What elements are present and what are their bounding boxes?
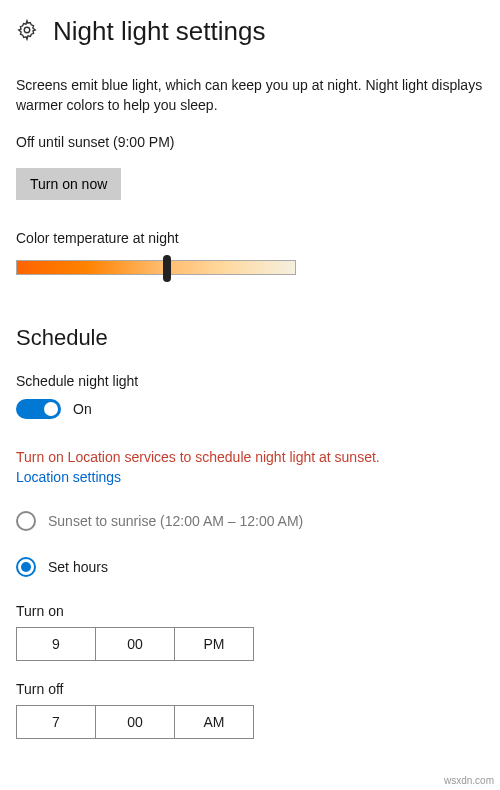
turn-on-ampm[interactable]: PM xyxy=(175,628,253,660)
page-header: Night light settings xyxy=(16,16,484,47)
turn-off-hour[interactable]: 7 xyxy=(17,706,96,738)
schedule-toggle-row: Schedule night light On xyxy=(16,373,484,419)
gear-icon xyxy=(16,19,38,44)
radio-sunset[interactable] xyxy=(16,511,36,531)
schedule-toggle[interactable] xyxy=(16,399,61,419)
radio-set-hours-row[interactable]: Set hours xyxy=(16,557,484,577)
radio-set-hours[interactable] xyxy=(16,557,36,577)
turn-off-label: Turn off xyxy=(16,681,484,697)
turn-on-group: Turn on 9 00 PM xyxy=(16,603,484,661)
turn-off-ampm[interactable]: AM xyxy=(175,706,253,738)
location-warning: Turn on Location services to schedule ni… xyxy=(16,449,484,465)
toggle-knob xyxy=(44,402,58,416)
color-temp-label: Color temperature at night xyxy=(16,230,484,246)
schedule-heading: Schedule xyxy=(16,325,484,351)
radio-set-hours-label: Set hours xyxy=(48,559,108,575)
color-temp-slider[interactable] xyxy=(16,260,296,275)
turn-off-group: Turn off 7 00 AM xyxy=(16,681,484,739)
turn-on-now-button[interactable]: Turn on now xyxy=(16,168,121,200)
toggle-state-text: On xyxy=(73,401,92,417)
turn-off-picker[interactable]: 7 00 AM xyxy=(16,705,254,739)
schedule-toggle-label: Schedule night light xyxy=(16,373,484,389)
turn-on-minute[interactable]: 00 xyxy=(96,628,175,660)
turn-on-label: Turn on xyxy=(16,603,484,619)
svg-point-0 xyxy=(24,27,30,33)
location-settings-link[interactable]: Location settings xyxy=(16,469,484,485)
turn-on-picker[interactable]: 9 00 PM xyxy=(16,627,254,661)
turn-on-hour[interactable]: 9 xyxy=(17,628,96,660)
description-text: Screens emit blue light, which can keep … xyxy=(16,75,484,116)
slider-thumb[interactable] xyxy=(163,255,171,282)
turn-off-minute[interactable]: 00 xyxy=(96,706,175,738)
radio-sunset-row[interactable]: Sunset to sunrise (12:00 AM – 12:00 AM) xyxy=(16,511,484,531)
radio-sunset-label: Sunset to sunrise (12:00 AM – 12:00 AM) xyxy=(48,513,303,529)
page-title: Night light settings xyxy=(53,16,265,47)
status-text: Off until sunset (9:00 PM) xyxy=(16,134,484,150)
